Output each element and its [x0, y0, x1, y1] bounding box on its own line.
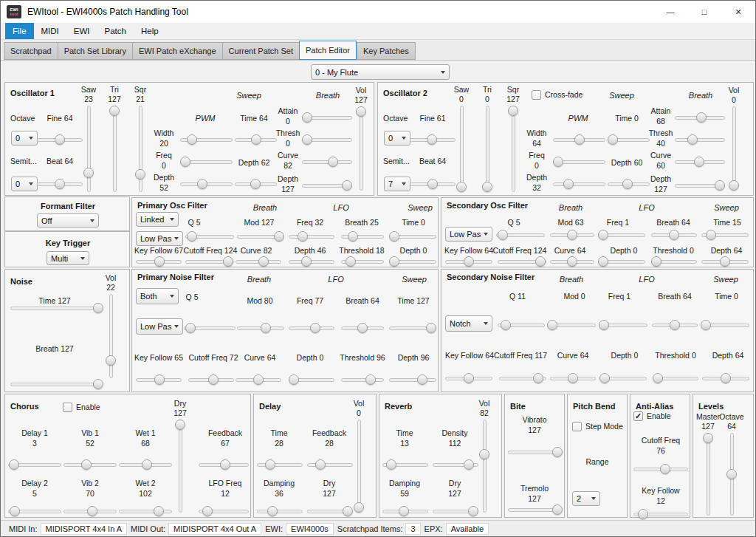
q-slider[interactable]	[498, 319, 545, 331]
slider-thumb[interactable]	[302, 112, 312, 123]
slider-track[interactable]	[113, 106, 117, 192]
sweep_depth-slider[interactable]	[701, 256, 749, 267]
minimize-button[interactable]: —	[653, 1, 687, 23]
lfo_depth-slider[interactable]	[289, 374, 334, 386]
slider-track[interactable]	[553, 182, 605, 186]
slider-track[interactable]	[460, 106, 464, 192]
breath_thresh-slider[interactable]	[675, 134, 725, 146]
slider-thumb[interactable]	[267, 506, 278, 516]
sweep_time-slider[interactable]	[235, 134, 277, 146]
slider-track[interactable]	[10, 383, 103, 386]
link-combo[interactable]: Both	[136, 288, 179, 304]
breath_attain-slider[interactable]	[302, 112, 352, 123]
key_follow-slider[interactable]	[136, 374, 182, 386]
enable-checkbox[interactable]: ✓	[633, 411, 643, 421]
lfo_freq-slider[interactable]	[199, 505, 249, 517]
slider-thumb[interactable]	[202, 506, 213, 516]
density-slider[interactable]	[433, 459, 478, 471]
lfo_depth-slider[interactable]	[599, 372, 647, 384]
breath_attain-slider[interactable]	[675, 112, 725, 123]
slider-thumb[interactable]	[289, 374, 299, 385]
slider-thumb[interactable]	[567, 256, 577, 267]
slider-track[interactable]	[341, 378, 384, 382]
slider-thumb[interactable]	[563, 179, 574, 189]
slider-thumb[interactable]	[87, 506, 97, 516]
slider-thumb[interactable]	[701, 320, 711, 330]
vibrato-slider[interactable]	[508, 446, 563, 458]
slider-thumb[interactable]	[479, 449, 489, 459]
close-button[interactable]: ✕	[721, 1, 755, 23]
lfo_threshold-slider[interactable]	[341, 256, 384, 267]
slider-thumb[interactable]	[55, 134, 65, 145]
sweep_depth-slider[interactable]	[389, 256, 436, 267]
slider-thumb[interactable]	[568, 373, 578, 383]
pwm_depth-slider[interactable]	[180, 178, 233, 190]
slider-thumb[interactable]	[482, 182, 492, 192]
slider-thumb[interactable]	[703, 433, 713, 443]
lfo_freq-slider[interactable]	[289, 230, 334, 242]
sqr-slider[interactable]	[507, 106, 519, 192]
key_follow-slider[interactable]	[136, 256, 182, 267]
key_follow-slider[interactable]	[445, 372, 492, 384]
slider-track[interactable]	[357, 420, 361, 513]
slider-track[interactable]	[179, 420, 182, 513]
mode-combo[interactable]: Multi	[47, 251, 89, 265]
slider-thumb[interactable]	[427, 179, 438, 189]
vol-slider[interactable]	[478, 420, 490, 513]
slider-thumb[interactable]	[357, 323, 368, 333]
pwm_freq-slider[interactable]	[180, 156, 233, 168]
slider-thumb[interactable]	[356, 106, 366, 117]
slider-track[interactable]	[512, 106, 515, 192]
slider-thumb[interactable]	[298, 231, 308, 242]
sweep_time-slider[interactable]	[608, 134, 650, 146]
slider-thumb[interactable]	[653, 373, 663, 383]
slider-thumb[interactable]	[417, 374, 427, 385]
step_mode-checkbox[interactable]	[572, 422, 582, 431]
pwm_depth-slider[interactable]	[553, 178, 605, 190]
lfo_breath-slider[interactable]	[341, 230, 384, 242]
slider-track[interactable]	[675, 138, 725, 142]
wet1-slider[interactable]	[119, 459, 172, 471]
slider-thumb[interactable]	[328, 157, 338, 167]
sweep_time-slider[interactable]	[389, 230, 436, 242]
slider-track[interactable]	[483, 420, 487, 513]
slider-thumb[interactable]	[696, 112, 707, 123]
slider-thumb[interactable]	[599, 320, 609, 330]
pwm_width-slider[interactable]	[180, 134, 233, 146]
vol-slider[interactable]	[355, 106, 367, 191]
breath_curve-slider[interactable]	[302, 156, 352, 168]
slider-thumb[interactable]	[535, 256, 546, 267]
breath_mod-slider[interactable]	[237, 322, 284, 334]
slider-thumb[interactable]	[83, 168, 94, 178]
slider-thumb[interactable]	[310, 323, 320, 333]
slider-thumb[interactable]	[389, 231, 399, 242]
cutoff-slider[interactable]	[499, 372, 546, 384]
octave-combo[interactable]: 0	[384, 131, 410, 146]
mode-combo[interactable]: Low Pass	[136, 231, 183, 246]
slider-thumb[interactable]	[508, 106, 518, 116]
feedback-slider[interactable]	[199, 459, 249, 471]
breath_curve-slider[interactable]	[236, 256, 281, 267]
lfo_breath-slider[interactable]	[341, 322, 384, 334]
slider-thumb[interactable]	[81, 459, 92, 470]
slider-thumb[interactable]	[669, 230, 679, 240]
slider-track[interactable]	[707, 433, 710, 516]
wet2-slider[interactable]	[119, 505, 172, 517]
menu-item-help[interactable]: Help	[134, 23, 166, 39]
slider-thumb[interactable]	[274, 231, 284, 242]
mode-combo[interactable]: Notch	[445, 315, 492, 332]
slider-thumb[interactable]	[598, 256, 608, 267]
breath_depth-slider[interactable]	[675, 179, 725, 191]
slider-thumb[interactable]	[348, 231, 358, 242]
slider-thumb[interactable]	[464, 256, 474, 267]
slider-track[interactable]	[389, 378, 436, 382]
semitone-combo[interactable]: 0	[11, 177, 38, 191]
slider-thumb[interactable]	[498, 230, 508, 240]
tremolo-slider[interactable]	[508, 504, 563, 516]
sweep_time-slider[interactable]	[701, 229, 749, 241]
q-slider[interactable]	[184, 322, 236, 334]
breath-slider[interactable]	[10, 378, 103, 390]
slider-thumb[interactable]	[670, 320, 680, 330]
menu-item-patch[interactable]: Patch	[97, 23, 134, 39]
slider-track[interactable]	[486, 106, 489, 192]
